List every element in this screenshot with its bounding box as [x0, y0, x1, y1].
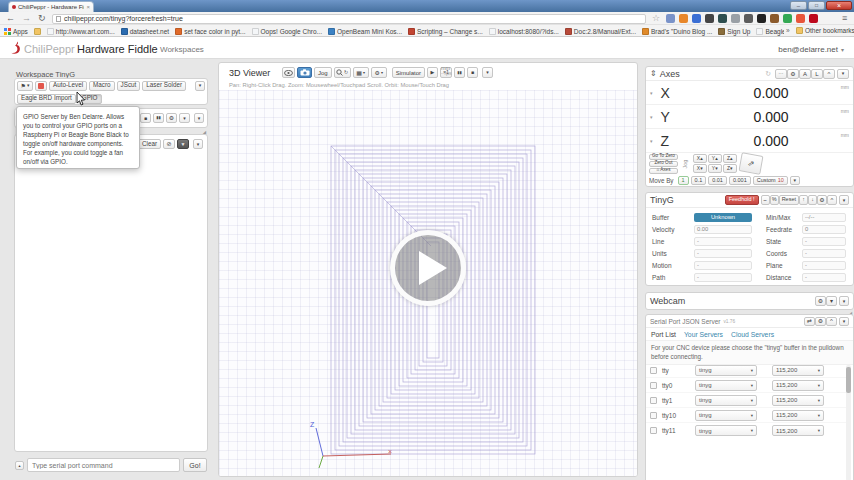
axes-settings-button[interactable]: ⚙: [787, 69, 799, 79]
bookmarks-overflow-chevron[interactable]: »: [786, 27, 790, 34]
tinyg-down-button[interactable]: ↓: [808, 195, 817, 205]
viewer-canvas[interactable]: Z ×: [219, 90, 637, 476]
window-close-button[interactable]: ×: [826, 1, 852, 10]
toolbar-caret-button[interactable]: ▾: [195, 81, 205, 91]
extension-icon[interactable]: [809, 14, 818, 23]
gcode-pause-button[interactable]: ▮▮: [153, 113, 164, 123]
omnibox[interactable]: chilipeppr.com/tinyg?forcerefresh=true: [52, 14, 646, 24]
bookmark-item[interactable]: Doc:2.8/Manual/Ext...: [565, 28, 636, 35]
buffer-select[interactable]: tinyg▾: [695, 410, 757, 421]
apps-shortcut[interactable]: Apps: [4, 28, 28, 35]
port-checkbox[interactable]: [650, 412, 657, 419]
go-to-zero-button[interactable]: Go To Zero: [649, 154, 678, 160]
extension-icon[interactable]: [744, 14, 753, 23]
spjs-settings-button[interactable]: ⚙: [815, 317, 826, 326]
camera-view-button[interactable]: [297, 67, 312, 78]
webcam-expand-button[interactable]: ▾: [826, 296, 837, 306]
bookmark-item[interactable]: set face color in pyt...: [175, 28, 245, 35]
grid-menu-button[interactable]: ▦▾: [353, 67, 369, 78]
port-list-scrollbar[interactable]: [846, 365, 851, 480]
axis-caret-icon[interactable]: ▾: [650, 90, 653, 96]
cycle-start-button[interactable]: ~: [761, 195, 770, 205]
extension-icon[interactable]: [679, 14, 688, 23]
baud-select[interactable]: 115,200▾: [772, 395, 824, 406]
axis-value[interactable]: 0.000: [754, 133, 789, 149]
gcode-settings-button[interactable]: ⚙: [166, 113, 177, 123]
axis-value[interactable]: 0.000: [754, 85, 789, 101]
scrollbar-thumb[interactable]: [846, 367, 851, 393]
nav-workspaces[interactable]: Workspaces: [160, 45, 204, 54]
buffer-select[interactable]: tinyg▾: [695, 395, 757, 406]
jscut-button[interactable]: JScut: [117, 81, 141, 91]
tab-your-servers[interactable]: Your Servers: [684, 331, 723, 338]
extension-icon[interactable]: [796, 14, 805, 23]
sim-pause-button[interactable]: ▮▮: [454, 67, 465, 78]
extension-icon[interactable]: [718, 14, 727, 23]
play-overlay-button[interactable]: [390, 230, 466, 306]
jog-x-minus-button[interactable]: X▾: [693, 164, 707, 173]
feedhold-button[interactable]: Feedhold !: [725, 195, 759, 205]
user-menu[interactable]: ben@delarre.net ▾: [778, 45, 844, 54]
jog-z-plus-button[interactable]: Z▴: [723, 154, 737, 163]
tab-cloud-servers[interactable]: Cloud Servers: [731, 331, 774, 338]
extension-icon[interactable]: [731, 14, 740, 23]
console-clear-button[interactable]: Clear: [138, 139, 161, 149]
bookmark-folder-icon[interactable]: [34, 28, 41, 35]
extension-icon[interactable]: [692, 14, 701, 23]
home-axes-button[interactable]: ⌂ Axes: [649, 168, 678, 174]
move-by-0.1-button[interactable]: 0.1: [691, 176, 707, 185]
axes-collapse-button[interactable]: ^: [823, 69, 835, 79]
port-checkbox[interactable]: [650, 397, 657, 404]
bookmark-item[interactable]: OpenBeam Mini Kos...: [328, 28, 402, 35]
tab-close-icon[interactable]: ×: [86, 4, 90, 10]
other-bookmarks[interactable]: Other bookmarks: [796, 27, 854, 34]
move-by-dropdown-button[interactable]: ▾: [790, 176, 800, 185]
simulator-button[interactable]: Simulator: [392, 67, 425, 78]
queue-flush-button[interactable]: %: [770, 195, 779, 205]
serial-command-input[interactable]: [27, 458, 180, 472]
move-by-custom-button[interactable]: Custom 10: [753, 176, 788, 185]
buffer-select[interactable]: tinyg▾: [695, 365, 757, 376]
fiddle-icon-button[interactable]: [35, 81, 47, 91]
gcode-dropdown-button[interactable]: ▾: [194, 113, 204, 123]
bookmark-item[interactable]: localhost:8080/?ids...: [489, 28, 559, 35]
bookmark-item[interactable]: Sign Up: [718, 28, 750, 35]
forward-button[interactable]: →: [22, 13, 31, 23]
tab-port-list[interactable]: Port List: [651, 331, 676, 338]
axes-options-button[interactable]: ⋯: [775, 69, 787, 79]
back-button[interactable]: ←: [6, 13, 15, 23]
bookmark-item[interactable]: Oops! Google Chro...: [252, 28, 322, 35]
baud-select[interactable]: 115,200▾: [772, 365, 824, 376]
baud-select[interactable]: 115,200▾: [772, 410, 824, 421]
macro-button[interactable]: Macro: [89, 81, 115, 91]
extension-icon[interactable]: [770, 14, 779, 23]
brand-chilipeppr[interactable]: ChiliPeppr: [24, 43, 75, 55]
console-history-caret-button[interactable]: ▴: [15, 461, 24, 470]
bookmark-item[interactable]: datasheet.net: [121, 28, 169, 35]
bookmark-item[interactable]: Brad's "Duino Blog ...: [642, 28, 712, 35]
bookmark-item[interactable]: Beaglebone Coding ...: [756, 28, 784, 35]
window-maximize-button[interactable]: □: [808, 1, 825, 10]
bookmark-item[interactable]: http://www.art.com...: [47, 28, 115, 35]
axis-value[interactable]: 0.000: [754, 109, 789, 125]
spjs-refresh-button[interactable]: ⇄: [804, 317, 815, 326]
sim-stop-button[interactable]: ■: [467, 67, 478, 78]
gcode-stop-button[interactable]: ■: [140, 113, 151, 123]
browser-tab[interactable]: ChiliPeppr - Hardware Fid ×: [8, 1, 94, 12]
tinyg-up-button[interactable]: ↑: [799, 195, 808, 205]
axes-refresh-icon[interactable]: ↻: [765, 70, 771, 78]
eye-button[interactable]: [282, 67, 295, 78]
port-checkbox[interactable]: [650, 427, 657, 434]
url-text[interactable]: chilipeppr.com/tinyg?forcerefresh=true: [64, 15, 183, 22]
jog-z-minus-button[interactable]: Z▾: [723, 164, 737, 173]
go-button[interactable]: Go!: [183, 458, 207, 472]
chrome-menu-icon[interactable]: ≡: [842, 13, 847, 23]
buffer-select[interactable]: tinyg▾: [695, 380, 757, 391]
auto-level-button[interactable]: Auto-Level: [49, 81, 87, 91]
spjs-collapse-button[interactable]: ^: [826, 317, 837, 326]
zero-out-button[interactable]: Zero Out: [649, 161, 678, 167]
axis-caret-icon[interactable]: ▾: [650, 114, 653, 120]
axis-caret-icon[interactable]: ▾: [650, 138, 653, 144]
laser-solder-button[interactable]: Laser Solder: [142, 81, 186, 91]
spjs-menu-button[interactable]: ▾: [839, 317, 849, 326]
